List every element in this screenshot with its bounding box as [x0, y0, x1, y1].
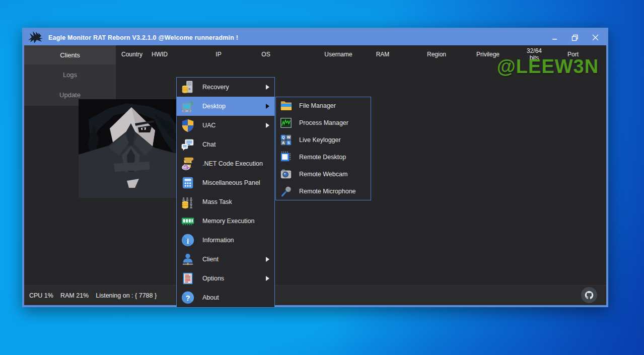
information-icon: i [180, 233, 195, 248]
submenu-item-label: Remote Webcam [299, 171, 347, 178]
submenu-item-remote-webcam[interactable]: Remote Webcam [276, 166, 371, 183]
close-button[interactable] [591, 34, 599, 42]
column-ram[interactable]: RAM [376, 45, 390, 64]
menu-item-about[interactable]: ? About [177, 288, 274, 307]
column-hwid[interactable]: HWID [152, 45, 168, 64]
menu-item-label: Chat [202, 141, 216, 148]
menu-item-label: Information [202, 237, 234, 244]
key-letter-q: Q [282, 135, 285, 139]
menu-item-information[interactable]: i Information [177, 231, 274, 250]
submenu-item-label: File Manager [299, 102, 336, 109]
net-scroll-icon: NET [180, 156, 195, 171]
menu-item-client[interactable]: Client [177, 250, 274, 269]
menu-item-options[interactable]: Options [177, 269, 274, 288]
submenu-arrow-icon [266, 276, 270, 281]
menu-item-net-code-execution[interactable]: NET .NET Code Execution [177, 154, 274, 173]
panel-grid-icon [180, 175, 195, 190]
client-person-icon [180, 252, 195, 267]
uac-shield-icon [180, 118, 195, 133]
about-question-icon: ? [180, 290, 195, 305]
menu-item-label: Client [202, 256, 219, 263]
menu-item-label: Miscellaneous Panel [202, 179, 260, 186]
status-listening: Listening on : { 7788 } [96, 292, 157, 299]
menu-item-label: Options [202, 275, 224, 282]
net-badge-text: NET [183, 166, 189, 169]
menu-item-uac[interactable]: UAC [177, 116, 274, 135]
remote-webcam-icon [279, 168, 293, 181]
maximize-restore-button[interactable] [571, 34, 579, 42]
menu-item-label: .NET Code Execution [202, 160, 263, 167]
menu-item-label: Desktop [202, 103, 226, 110]
status-ram: RAM 21% [60, 292, 89, 299]
menu-item-mass-task[interactable]: Mass Task [177, 192, 274, 211]
file-manager-icon [279, 99, 293, 112]
process-manager-icon [279, 116, 293, 129]
github-icon [583, 289, 596, 302]
titlebar[interactable]: Eagle Monitor RAT Reborn V3.2.1.0 @Welco… [24, 30, 606, 45]
key-letter-s: S [288, 140, 290, 145]
menu-item-label: Recovery [202, 84, 229, 91]
submenu-arrow-icon [266, 85, 270, 90]
submenu-item-label: Live Keylogger [299, 136, 341, 144]
about-glyph: ? [185, 294, 190, 302]
context-menu: Recovery Desktop [176, 77, 275, 308]
submenu-item-remote-microphone[interactable]: Remote Microphone [276, 183, 371, 200]
menu-item-label: About [202, 294, 219, 301]
desktop-icon [180, 99, 195, 114]
remote-microphone-icon [279, 185, 293, 198]
minimize-button[interactable] [551, 34, 559, 42]
menu-item-recovery[interactable]: Recovery [177, 78, 274, 97]
submenu-item-label: Remote Microphone [299, 188, 356, 195]
sidebar-tab-label: Clients [60, 51, 80, 59]
sidebar-tab-clients[interactable]: Clients [24, 45, 116, 64]
status-cpu: CPU 1% [29, 292, 53, 299]
status-bar: CPU 1% RAM 21% Listening on : { 7788 } [24, 285, 606, 305]
menu-item-memory-execution[interactable]: Memory Execution [177, 211, 274, 231]
submenu-arrow-icon [266, 123, 270, 128]
submenu-item-file-manager[interactable]: File Manager [276, 97, 371, 114]
keylogger-keys-icon: Q W A S [279, 133, 293, 147]
menu-item-label: UAC [202, 122, 216, 129]
submenu-item-label: Process Manager [299, 119, 348, 126]
submenu-arrow-icon [266, 104, 270, 109]
menu-item-label: Mass Task [202, 198, 232, 205]
watermark-text: @LEEW3N [485, 56, 611, 78]
github-link[interactable] [581, 287, 597, 303]
masked-figure-image [79, 99, 184, 198]
menu-item-label: Memory Execution [202, 218, 255, 225]
submenu-arrow-icon [266, 257, 270, 262]
sidebar-tab-label: Logs [63, 71, 77, 79]
submenu-item-live-keylogger[interactable]: Q W A S Live Keylogger [276, 131, 371, 149]
sidebar-tab-label: Update [59, 91, 81, 99]
memory-ram-icon [180, 214, 195, 229]
info-glyph: i [187, 237, 189, 245]
mass-task-icon [180, 194, 195, 209]
column-username[interactable]: Username [324, 45, 352, 64]
remote-desktop-icon [279, 151, 293, 164]
desktop-submenu: File Manager Process Manager [275, 97, 371, 200]
key-letter-w: W [287, 135, 291, 139]
submenu-item-label: Remote Desktop [299, 154, 346, 161]
menu-item-miscellaneous-panel[interactable]: Miscellaneous Panel [177, 173, 274, 192]
column-ip[interactable]: IP [216, 45, 221, 64]
submenu-item-remote-desktop[interactable]: Remote Desktop [276, 149, 371, 166]
submenu-item-process-manager[interactable]: Process Manager [276, 114, 371, 131]
desktop-wallpaper: Eagle Monitor RAT Reborn V3.2.1.0 @Welco… [0, 0, 644, 355]
window-title: Eagle Monitor RAT Reborn V3.2.1.0 @Welco… [48, 34, 238, 41]
column-os[interactable]: OS [261, 45, 270, 64]
chat-icon [180, 137, 195, 152]
menu-item-chat[interactable]: Chat [177, 135, 274, 154]
column-region[interactable]: Region [427, 45, 446, 64]
sidebar-tab-logs[interactable]: Logs [24, 64, 116, 85]
key-letter-a: A [282, 140, 285, 145]
column-country[interactable]: Country [121, 45, 142, 64]
menu-item-desktop[interactable]: Desktop [177, 97, 274, 116]
eagle-logo-icon [27, 30, 44, 44]
recovery-icon [180, 80, 195, 95]
options-list-icon [180, 271, 195, 286]
